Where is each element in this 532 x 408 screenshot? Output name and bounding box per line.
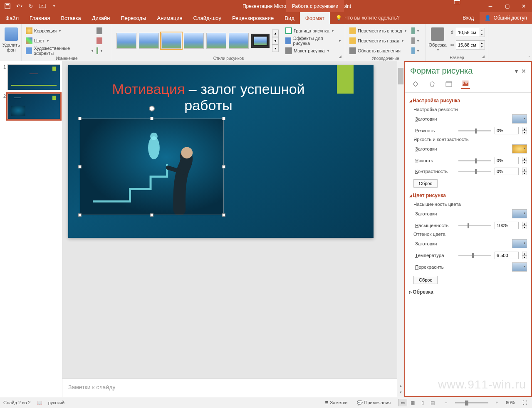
size-tab-icon[interactable] — [444, 80, 453, 89]
section-crop[interactable]: Обрезка — [409, 287, 527, 297]
resize-handle-tr[interactable] — [222, 117, 225, 120]
tab-slideshow[interactable]: Слайд-шоу — [188, 12, 227, 24]
sharpness-down-icon[interactable]: ▼ — [522, 131, 527, 134]
sorter-view-icon[interactable]: ▦ — [408, 399, 417, 406]
fit-slide-icon[interactable]: ⛶ — [521, 400, 529, 405]
reset-corrections-button[interactable]: Сброс — [413, 179, 438, 188]
temperature-slider[interactable] — [458, 255, 491, 256]
sharpness-presets-button[interactable] — [512, 114, 527, 124]
artistic-effects-button[interactable]: Художественные эффекты▾ — [24, 46, 95, 55]
width-up-icon[interactable]: ▲ — [479, 41, 485, 45]
tab-design[interactable]: Дизайн — [87, 12, 116, 24]
selection-pane-button[interactable]: Область выделения — [348, 46, 408, 55]
style-thumb-7[interactable] — [251, 34, 270, 48]
vertical-scrollbar[interactable]: ▴ ▾ — [397, 61, 404, 397]
height-input[interactable]: ▲▼ — [456, 28, 485, 37]
styles-dialog-launcher-icon[interactable]: ◢ — [339, 54, 344, 59]
reset-picture-icon[interactable]: ▾ — [95, 46, 104, 55]
tab-file[interactable]: Файл — [0, 12, 24, 24]
saturation-input[interactable] — [495, 222, 519, 229]
section-picture-color[interactable]: Цвет рисунка — [409, 190, 527, 201]
sharpness-input[interactable] — [495, 127, 519, 134]
fill-tab-icon[interactable] — [411, 80, 420, 89]
zoom-out-icon[interactable]: − — [443, 400, 449, 405]
slide-counter[interactable]: Слайд 2 из 2 — [3, 400, 31, 405]
size-dialog-launcher-icon[interactable]: ◢ — [482, 54, 487, 59]
selected-image[interactable] — [80, 119, 224, 215]
reading-view-icon[interactable]: ▯ — [418, 399, 427, 406]
saturation-presets-button[interactable] — [512, 209, 527, 218]
slide-canvas[interactable]: Мотивация – залог успешной работы — [62, 61, 397, 378]
zoom-slider[interactable] — [455, 402, 488, 403]
picture-border-button[interactable]: Граница рисунка▾ — [284, 26, 342, 35]
tab-review[interactable]: Рецензирование — [227, 12, 279, 24]
login-button[interactable]: Вход — [457, 12, 480, 24]
brightness-up-icon[interactable]: ▲ — [522, 157, 527, 161]
bring-forward-button[interactable]: Переместить вперед▾ — [348, 26, 408, 35]
picture-layout-button[interactable]: Макет рисунка▾ — [284, 46, 342, 55]
height-up-icon[interactable]: ▲ — [479, 28, 485, 32]
pane-close-icon[interactable]: ✕ — [521, 68, 526, 74]
rotate-button[interactable]: ▾ — [410, 46, 421, 55]
slideshow-view-icon[interactable]: ▤ — [428, 399, 437, 406]
temperature-down-icon[interactable]: ▼ — [522, 255, 527, 259]
next-slide-icon[interactable]: ▾ — [397, 390, 404, 394]
temperature-input[interactable] — [495, 252, 519, 259]
brightness-input[interactable] — [495, 157, 519, 164]
gallery-up-icon[interactable]: ▲ — [272, 30, 279, 37]
change-picture-icon[interactable] — [95, 36, 104, 45]
reset-color-button[interactable]: Сброс — [413, 276, 438, 284]
resize-handle-bc[interactable] — [150, 213, 153, 217]
ribbon-display-icon[interactable] — [449, 0, 465, 4]
qat-customize-icon[interactable]: ▾ — [50, 2, 58, 10]
height-down-icon[interactable]: ▼ — [479, 32, 485, 37]
height-field[interactable] — [456, 30, 479, 35]
tab-view[interactable]: Вид — [279, 12, 300, 24]
contrast-slider[interactable] — [458, 171, 491, 172]
normal-view-icon[interactable]: ▭ — [398, 399, 407, 406]
crop-button[interactable]: Обрезка ▾ — [428, 26, 447, 54]
tone-presets-button[interactable] — [512, 239, 527, 248]
send-backward-button[interactable]: Переместить назад▾ — [348, 36, 408, 45]
gallery-down-icon[interactable]: ▼ — [272, 37, 279, 45]
resize-handle-tc[interactable] — [150, 117, 153, 120]
undo-icon[interactable]: ↶▾ — [15, 2, 23, 10]
resize-handle-br[interactable] — [222, 213, 225, 217]
minimize-icon[interactable]: ─ — [482, 0, 499, 12]
comments-toggle[interactable]: 💬 Примечания — [355, 400, 393, 406]
resize-handle-bl[interactable] — [78, 213, 82, 217]
style-thumb-2[interactable] — [139, 33, 159, 49]
picture-effects-button[interactable]: Эффекты для рисунка▾ — [284, 36, 342, 45]
start-slideshow-icon[interactable] — [38, 2, 47, 10]
style-thumb-3[interactable] — [161, 33, 181, 49]
slide-thumbnail-2[interactable]: ━━━━━━ — [7, 94, 60, 119]
compress-icon[interactable] — [95, 26, 104, 35]
tab-home[interactable]: Главная — [24, 12, 55, 24]
style-thumb-6[interactable] — [229, 33, 249, 49]
redo-icon[interactable]: ↻ — [27, 2, 35, 10]
tab-animations[interactable]: Анимация — [151, 12, 188, 24]
language-indicator[interactable]: русский — [48, 400, 64, 405]
style-thumb-5[interactable] — [206, 33, 226, 49]
share-button[interactable]: 👤Общий доступ — [480, 12, 532, 24]
collapse-ribbon-icon[interactable]: ˄ — [528, 55, 530, 60]
slide-thumbnail-1[interactable]: ━━━━━━━ — [7, 64, 60, 90]
style-thumb-4[interactable] — [184, 33, 204, 49]
style-thumb-1[interactable] — [116, 33, 136, 49]
pane-options-icon[interactable]: ▾ — [515, 68, 518, 74]
width-down-icon[interactable]: ▼ — [479, 45, 485, 49]
zoom-in-icon[interactable]: + — [494, 400, 500, 405]
contrast-down-icon[interactable]: ▼ — [522, 171, 527, 175]
spell-check-icon[interactable]: 📖 — [37, 400, 42, 406]
sharpness-up-icon[interactable]: ▲ — [522, 127, 527, 131]
brightness-down-icon[interactable]: ▼ — [522, 161, 527, 164]
group-button[interactable]: ▾ — [410, 36, 421, 45]
gallery-more-icon[interactable]: ▾ — [272, 45, 279, 52]
maximize-icon[interactable]: ▢ — [499, 0, 515, 12]
zoom-level[interactable]: 60% — [506, 400, 515, 405]
close-icon[interactable]: ✕ — [515, 0, 532, 12]
contrast-up-icon[interactable]: ▲ — [522, 168, 527, 171]
width-input[interactable]: ▲▼ — [456, 40, 485, 49]
tab-insert[interactable]: Вставка — [55, 12, 86, 24]
picture-tab-icon[interactable] — [461, 80, 470, 89]
